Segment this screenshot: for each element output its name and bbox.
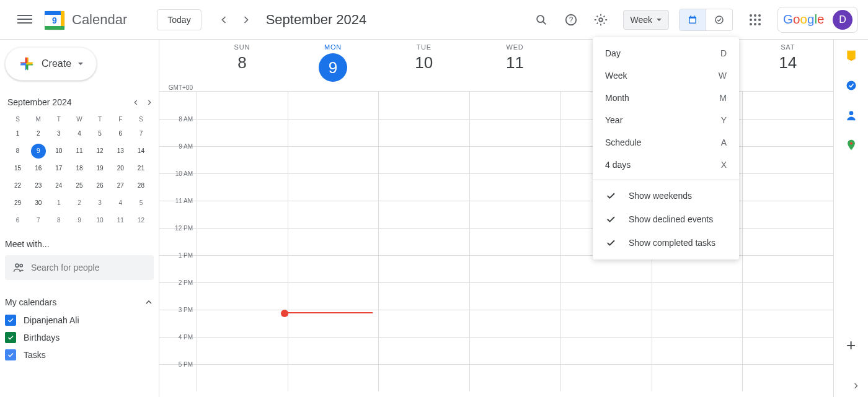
- view-option-month[interactable]: MonthM: [593, 87, 739, 109]
- minical-day[interactable]: 8: [11, 144, 25, 159]
- minical-day[interactable]: 28: [133, 178, 148, 193]
- view-option-day[interactable]: DayD: [593, 42, 739, 64]
- view-option-schedule[interactable]: ScheduleA: [593, 131, 739, 154]
- minical-day[interactable]: 30: [31, 196, 46, 211]
- time-cell[interactable]: [652, 256, 743, 282]
- time-cell[interactable]: [288, 92, 379, 119]
- time-cell[interactable]: [652, 365, 743, 391]
- contacts-icon[interactable]: [845, 109, 857, 121]
- time-cell[interactable]: [469, 338, 560, 364]
- time-cell[interactable]: [288, 174, 379, 201]
- minical-day[interactable]: 9: [72, 213, 87, 228]
- calendar-item[interactable]: Tasks: [5, 349, 154, 360]
- time-cell[interactable]: [288, 147, 379, 173]
- minical-day[interactable]: 11: [113, 213, 128, 228]
- time-cell[interactable]: [742, 147, 833, 173]
- minical-day[interactable]: 4: [72, 126, 87, 141]
- view-option-year[interactable]: YearY: [593, 109, 739, 131]
- time-cell[interactable]: [197, 147, 288, 173]
- minical-day[interactable]: 3: [51, 126, 66, 141]
- minical-day[interactable]: 22: [11, 178, 25, 193]
- minical-day[interactable]: 17: [51, 161, 66, 176]
- calendar-mode-button[interactable]: [680, 9, 706, 30]
- time-cell[interactable]: [742, 174, 833, 201]
- time-cell[interactable]: [469, 120, 560, 146]
- collapse-side-panel-button[interactable]: ›: [854, 378, 858, 392]
- calendar-item[interactable]: Birthdays: [5, 332, 154, 343]
- time-cell[interactable]: [560, 310, 652, 337]
- checkbox-icon[interactable]: [5, 315, 16, 326]
- time-cell[interactable]: [288, 120, 379, 146]
- time-cell[interactable]: [742, 229, 833, 255]
- minical-day[interactable]: 2: [31, 126, 46, 141]
- time-cell[interactable]: [469, 310, 560, 337]
- minical-day[interactable]: 12: [133, 213, 148, 228]
- time-cell[interactable]: [560, 338, 652, 364]
- minical-day[interactable]: 4: [113, 196, 128, 211]
- help-button[interactable]: ?: [559, 7, 583, 32]
- minical-day[interactable]: 5: [92, 126, 107, 141]
- time-cell[interactable]: [197, 310, 288, 337]
- maps-icon[interactable]: [845, 139, 857, 151]
- time-cell[interactable]: [742, 310, 833, 337]
- time-cell[interactable]: [197, 365, 288, 391]
- time-cell[interactable]: [742, 201, 833, 228]
- time-cell[interactable]: [742, 256, 833, 282]
- time-cell[interactable]: [652, 338, 743, 364]
- time-cell[interactable]: [469, 174, 560, 201]
- minical-day[interactable]: 2: [72, 196, 87, 211]
- minical-day[interactable]: 29: [11, 196, 25, 211]
- time-cell[interactable]: [560, 365, 652, 391]
- day-header[interactable]: TUE10: [378, 40, 469, 91]
- time-cell[interactable]: [469, 283, 560, 310]
- calendar-item[interactable]: Dipanjenah Ali: [5, 315, 154, 326]
- minical-day[interactable]: 10: [92, 213, 107, 228]
- time-cell[interactable]: [378, 283, 469, 310]
- time-cell[interactable]: [378, 310, 469, 337]
- minical-day[interactable]: 6: [11, 213, 25, 228]
- minical-day[interactable]: 15: [11, 161, 25, 176]
- time-cell[interactable]: [288, 365, 379, 391]
- minical-day[interactable]: 27: [113, 178, 128, 193]
- search-people-field[interactable]: [5, 255, 154, 280]
- day-header[interactable]: MON9: [288, 40, 379, 91]
- minical-day[interactable]: 3: [92, 196, 107, 211]
- google-apps-button[interactable]: [743, 7, 768, 32]
- search-people-input[interactable]: [31, 263, 146, 273]
- create-button[interactable]: Create: [5, 47, 97, 81]
- time-cell[interactable]: [742, 283, 833, 310]
- tasks-side-icon[interactable]: [845, 79, 857, 92]
- time-cell[interactable]: [742, 120, 833, 146]
- time-cell[interactable]: [378, 365, 469, 391]
- day-header[interactable]: SUN8: [197, 40, 288, 91]
- minical-day[interactable]: 14: [133, 144, 148, 159]
- minical-day[interactable]: 20: [113, 161, 128, 176]
- checkbox-icon[interactable]: [5, 332, 16, 343]
- time-cell[interactable]: [288, 229, 379, 255]
- time-cell[interactable]: [197, 120, 288, 146]
- time-cell[interactable]: [378, 120, 469, 146]
- time-cell[interactable]: [197, 229, 288, 255]
- view-check-show-declined-events[interactable]: Show declined events: [593, 207, 739, 231]
- time-cell[interactable]: [197, 338, 288, 364]
- time-cell[interactable]: [378, 338, 469, 364]
- view-option-week[interactable]: WeekW: [593, 64, 739, 87]
- time-cell[interactable]: [288, 256, 379, 282]
- prev-period-button[interactable]: [214, 10, 234, 30]
- time-cell[interactable]: [197, 256, 288, 282]
- day-header[interactable]: WED11: [469, 40, 560, 91]
- search-button[interactable]: [529, 7, 554, 32]
- time-cell[interactable]: [469, 229, 560, 255]
- minical-prev-button[interactable]: ‹: [134, 95, 138, 108]
- minical-day[interactable]: 8: [51, 213, 66, 228]
- minical-day[interactable]: 12: [92, 144, 107, 159]
- today-button[interactable]: Today: [157, 9, 201, 30]
- view-selector-button[interactable]: Week: [623, 10, 669, 30]
- minical-day[interactable]: 24: [51, 178, 66, 193]
- tasks-mode-button[interactable]: [706, 9, 732, 30]
- time-cell[interactable]: [288, 310, 379, 337]
- minical-day[interactable]: 7: [31, 213, 46, 228]
- next-period-button[interactable]: [236, 10, 256, 30]
- add-addons-button[interactable]: +: [846, 336, 856, 355]
- account-avatar[interactable]: D: [833, 10, 852, 30]
